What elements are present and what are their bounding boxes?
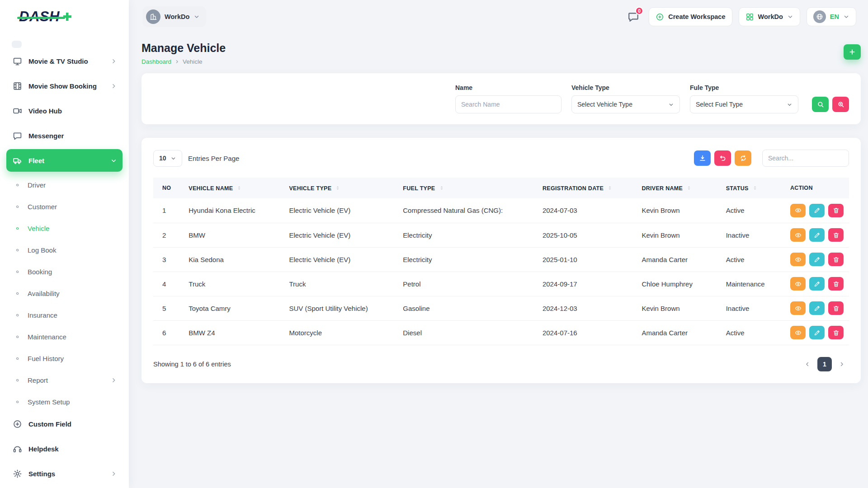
cell-fuel-type: Electricity xyxy=(397,247,537,272)
delete-button[interactable] xyxy=(828,277,844,291)
sidebar-item-driver[interactable]: Driver xyxy=(6,174,123,196)
item-label: Helpdesk xyxy=(28,445,117,453)
plus-circle-icon xyxy=(13,419,22,429)
item-label: Messenger xyxy=(28,132,117,140)
sidebar-item-log-book[interactable]: Log Book xyxy=(6,239,123,261)
view-button[interactable] xyxy=(790,277,806,291)
next-page-button[interactable] xyxy=(835,357,849,371)
delete-button[interactable] xyxy=(828,228,844,242)
download-icon xyxy=(699,155,706,162)
cell-no: 1 xyxy=(153,198,183,223)
sort-icon xyxy=(607,185,613,191)
cell-action xyxy=(785,296,849,320)
logo-plus-icon xyxy=(63,13,71,21)
cell-fuel-type: Gasoline xyxy=(397,296,537,320)
filter-search-button[interactable] xyxy=(812,97,829,112)
view-button[interactable] xyxy=(790,301,806,315)
table-head-row: NOVEHICLE NAMEVEHICLE TYPEFUEL TYPEREGIS… xyxy=(153,178,849,198)
sidebar-item-customer[interactable]: Customer xyxy=(6,196,123,217)
app-logo[interactable]: DASH xyxy=(0,0,129,33)
dot-icon xyxy=(15,291,20,296)
sidebar-item-custom-field[interactable]: Custom Field xyxy=(6,413,123,435)
page-1-button[interactable]: 1 xyxy=(817,357,832,371)
page-header: Manage Vehicle Dashboard Vehicle xyxy=(142,42,861,65)
sidebar-item-system-setup[interactable]: System Setup xyxy=(6,391,123,413)
entries-per-page-select[interactable]: 10 xyxy=(153,150,182,167)
sidebar-item-messenger[interactable]: Messenger xyxy=(6,124,123,147)
top-header: WorkDo 0 Create Workspace WorkDo xyxy=(129,0,868,33)
delete-button[interactable] xyxy=(828,301,844,315)
view-button[interactable] xyxy=(790,253,806,266)
messages-button[interactable]: 0 xyxy=(624,8,642,26)
entries-summary: Showing 1 to 6 of 6 entries xyxy=(153,361,231,368)
column-header-driver-name[interactable]: DRIVER NAME xyxy=(636,178,720,198)
filter-name-group: Name xyxy=(455,84,561,113)
eye-icon xyxy=(795,232,802,239)
reload-button[interactable] xyxy=(735,150,751,166)
sidebar-item-booking[interactable]: Booking xyxy=(6,261,123,282)
edit-button[interactable] xyxy=(809,301,825,315)
edit-button[interactable] xyxy=(809,253,825,266)
delete-button[interactable] xyxy=(828,204,844,217)
edit-button[interactable] xyxy=(809,228,825,242)
previous-page-button[interactable] xyxy=(800,357,815,371)
sidebar-item-movie-tv-studio[interactable]: Movie & TV Studio xyxy=(6,50,123,72)
globe-icon xyxy=(813,10,826,23)
sidebar-item-vehicle[interactable]: Vehicle xyxy=(6,217,123,239)
breadcrumb-dashboard-link[interactable]: Dashboard xyxy=(142,58,171,65)
column-header-status[interactable]: STATUS xyxy=(721,178,785,198)
page-title: Manage Vehicle xyxy=(142,42,226,55)
edit-button[interactable] xyxy=(809,204,825,217)
workdo-apps-button[interactable]: WorkDo xyxy=(739,7,800,26)
cell-vehicle-name: Truck xyxy=(183,272,283,296)
trash-icon xyxy=(833,305,840,312)
item-label: Video Hub xyxy=(28,107,117,115)
delete-button[interactable] xyxy=(828,253,844,266)
table-row: 2 BMW Electric Vehicle (EV) Electricity … xyxy=(153,223,849,247)
vehicle-table-card: 10 Entries Per Page NOVEHICLE NAMEVEHICL… xyxy=(142,138,861,383)
entries-per-page-label: Entries Per Page xyxy=(188,155,239,162)
export-button[interactable] xyxy=(694,150,711,166)
view-button[interactable] xyxy=(790,326,806,339)
sidebar-item-availability[interactable]: Availability xyxy=(6,282,123,304)
edit-button[interactable] xyxy=(809,277,825,291)
sidebar-item-fuel-history[interactable]: Fuel History xyxy=(6,347,123,369)
filter-name-input[interactable] xyxy=(455,95,561,113)
chevron-down-icon xyxy=(193,14,200,20)
undo-button[interactable] xyxy=(714,150,731,166)
sidebar-item-video-hub[interactable]: Video Hub xyxy=(6,99,123,122)
view-button[interactable] xyxy=(790,228,806,242)
view-button[interactable] xyxy=(790,204,806,217)
notification-badge: 0 xyxy=(635,7,643,15)
sidebar-item-insurance[interactable]: Insurance xyxy=(6,304,123,326)
delete-button[interactable] xyxy=(828,326,844,339)
language-selector[interactable]: EN xyxy=(807,7,856,26)
gear-icon xyxy=(13,469,22,479)
cell-vehicle-name: BMW xyxy=(183,223,283,247)
add-vehicle-button[interactable] xyxy=(844,44,861,60)
workspace-switcher[interactable]: WorkDo xyxy=(142,6,206,27)
sidebar-item-settings[interactable]: Settings xyxy=(6,462,123,485)
cell-driver-name: Kevin Brown xyxy=(636,198,720,223)
column-header-vehicle-type[interactable]: VEHICLE TYPE xyxy=(283,178,397,198)
sidebar-item-fleet[interactable]: Fleet xyxy=(6,149,123,172)
filter-fuel-type-select[interactable]: Select Fuel Type xyxy=(690,95,798,113)
headset-icon xyxy=(13,444,22,454)
filter-reset-button[interactable] xyxy=(832,97,849,112)
cell-no: 6 xyxy=(153,320,183,345)
filter-vehicle-type-select[interactable]: Select Vehicle Type xyxy=(571,95,680,113)
cell-registration-date: 2024-07-16 xyxy=(537,320,636,345)
column-header-vehicle-name[interactable]: VEHICLE NAME xyxy=(183,178,283,198)
selected-value: Select Fuel Type xyxy=(696,101,743,108)
table-row: 1 Hyundai Kona Electric Electric Vehicle… xyxy=(153,198,849,223)
column-header-registration-date[interactable]: REGISTRATION DATE xyxy=(537,178,636,198)
column-header-fuel-type[interactable]: FUEL TYPE xyxy=(397,178,537,198)
sidebar-item-movie-show-booking[interactable]: Movie Show Booking xyxy=(6,75,123,97)
create-workspace-button[interactable]: Create Workspace xyxy=(649,7,732,26)
table-search-input[interactable] xyxy=(762,150,849,167)
edit-button[interactable] xyxy=(809,326,825,339)
cell-driver-name: Kevin Brown xyxy=(636,223,720,247)
sidebar-item-maintenance[interactable]: Maintenance xyxy=(6,326,123,347)
sidebar-item-helpdesk[interactable]: Helpdesk xyxy=(6,437,123,460)
sidebar-item-report[interactable]: Report xyxy=(6,369,123,391)
